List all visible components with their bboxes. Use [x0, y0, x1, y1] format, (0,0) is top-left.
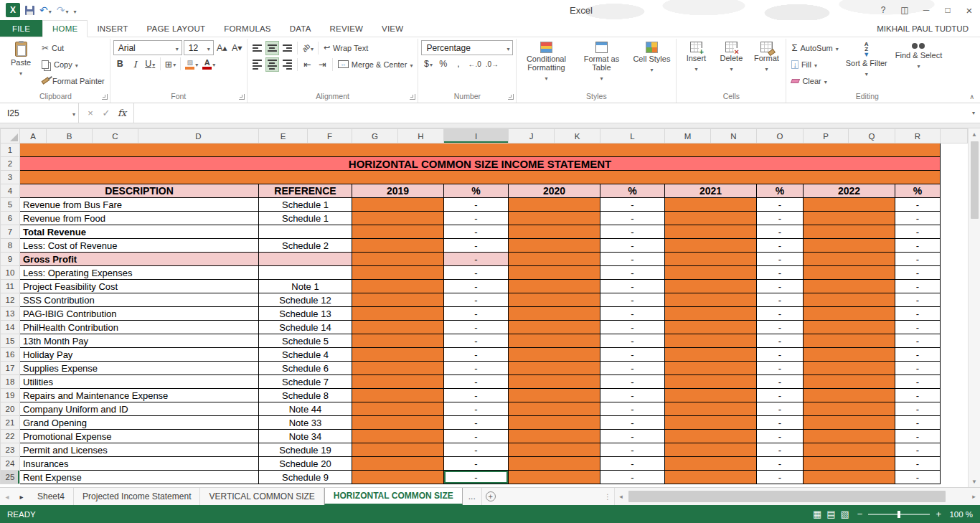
cell-pct2020-row18[interactable]: - [600, 375, 665, 389]
cell-pct2019-row20[interactable]: - [444, 402, 509, 416]
cell-pct2022-row21[interactable]: - [895, 416, 941, 430]
cell-description-row8[interactable]: Less: Cost of Revenue [20, 239, 259, 253]
scroll-left-icon[interactable]: ◂ [615, 493, 627, 500]
row-header-22[interactable]: 22 [1, 430, 20, 443]
cell-year2021-row5[interactable] [665, 198, 757, 212]
conditional-formatting-button[interactable]: Conditional Formatting [519, 40, 573, 83]
cell-year2022-row7[interactable] [804, 225, 895, 239]
title-banner-cell[interactable]: HORIZONTAL COMMON SIZE INCOME STATEMENT [20, 157, 941, 171]
cell-description-row7[interactable]: Total Revenue [20, 225, 259, 239]
new-sheet-button[interactable]: + [482, 488, 499, 505]
cell-pct2019-row8[interactable]: - [444, 239, 509, 253]
horizontal-scroll-thumb[interactable] [628, 491, 946, 502]
cell-description-row22[interactable]: Promotional Expense [20, 430, 259, 443]
orange-band-row-1[interactable] [20, 143, 941, 157]
font-color-button[interactable]: A [201, 57, 217, 71]
cell-year2019-row16[interactable] [352, 348, 444, 362]
cell-pct2019-row24[interactable]: - [444, 457, 509, 471]
column-header-B[interactable]: B [47, 129, 93, 143]
cell-description-row21[interactable]: Grand Opening [20, 416, 259, 430]
row-header-21[interactable]: 21 [1, 416, 20, 430]
cell-pct2022-row18[interactable]: - [895, 375, 941, 389]
cell-pct2021-row13[interactable]: - [757, 307, 804, 321]
sheet-nav-next-icon[interactable]: ▸ [14, 488, 29, 505]
cell-reference-row8[interactable]: Schedule 2 [259, 239, 352, 253]
horizontal-scrollbar[interactable]: ◂ ▸ [614, 488, 980, 505]
cut-button[interactable]: ✂Cut [39, 40, 107, 55]
save-button[interactable] [25, 6, 34, 15]
cell-year2022-row14[interactable] [804, 321, 895, 334]
font-name-select[interactable]: Arial [113, 40, 182, 55]
cell-reference-row17[interactable]: Schedule 6 [259, 362, 352, 375]
underline-button[interactable]: U [143, 57, 157, 71]
cell-reference-row18[interactable]: Schedule 7 [259, 375, 352, 389]
format-cells-dropdown-icon[interactable] [765, 64, 768, 72]
cell-pct2021-row15[interactable]: - [757, 334, 804, 348]
header-percent-2019[interactable]: % [444, 184, 509, 198]
cell-year2020-row15[interactable] [509, 334, 600, 348]
cell-pct2021-row21[interactable]: - [757, 416, 804, 430]
fill-color-button[interactable]: ▨ [184, 57, 199, 71]
row-header-24[interactable]: 24 [1, 457, 20, 471]
cell-year2020-row23[interactable] [509, 443, 600, 457]
cell-pct2021-row10[interactable]: - [757, 266, 804, 280]
cell-year2021-row9[interactable] [665, 253, 757, 266]
cell-year2022-row6[interactable] [804, 212, 895, 225]
cell-year2019-row21[interactable] [352, 416, 444, 430]
horizontal-scroll-track[interactable] [627, 488, 968, 505]
column-header-A[interactable]: A [20, 129, 47, 143]
fill-color-dropdown-icon[interactable] [195, 59, 198, 69]
cell-year2020-row22[interactable] [509, 430, 600, 443]
column-header-L[interactable]: L [600, 129, 665, 143]
cell-description-row11[interactable]: Project Feasibility Cost [20, 280, 259, 293]
cell-reference-row19[interactable]: Schedule 8 [259, 389, 352, 402]
scroll-right-icon[interactable]: ▸ [968, 493, 980, 500]
orientation-button[interactable]: ab [301, 41, 315, 55]
cell-pct2019-row19[interactable]: - [444, 389, 509, 402]
cell-year2021-row17[interactable] [665, 362, 757, 375]
cell-pct2021-row17[interactable]: - [757, 362, 804, 375]
row-header-2[interactable]: 2 [1, 157, 20, 171]
cell-pct2021-row18[interactable]: - [757, 375, 804, 389]
cell-year2022-row23[interactable] [804, 443, 895, 457]
vertical-scrollbar[interactable]: ▲ ▼ [968, 128, 980, 487]
cell-year2019-row10[interactable] [352, 266, 444, 280]
cell-year2021-row8[interactable] [665, 239, 757, 253]
cell-reference-row23[interactable]: Schedule 19 [259, 443, 352, 457]
row-header-8[interactable]: 8 [1, 239, 20, 253]
cell-year2020-row24[interactable] [509, 457, 600, 471]
cell-year2019-row8[interactable] [352, 239, 444, 253]
column-header-N[interactable]: N [711, 129, 757, 143]
cell-pct2019-row10[interactable]: - [444, 266, 509, 280]
ribbon-tab-view[interactable]: VIEW [372, 20, 413, 37]
cell-reference-row7[interactable] [259, 225, 352, 239]
cell-pct2019-row6[interactable]: - [444, 212, 509, 225]
paste-button[interactable]: Paste [4, 40, 37, 78]
find-select-button[interactable]: Find & Select [892, 40, 945, 71]
cell-pct2021-row19[interactable]: - [757, 389, 804, 402]
cell-description-row25[interactable]: Rent Expense [20, 471, 259, 484]
cell-reference-row12[interactable]: Schedule 12 [259, 293, 352, 307]
cell-pct2022-row5[interactable]: - [895, 198, 941, 212]
vertical-scroll-thumb[interactable] [971, 141, 979, 219]
cell-year2022-row9[interactable] [804, 253, 895, 266]
column-header-E[interactable]: E [259, 129, 308, 143]
cell-pct2020-row11[interactable]: - [600, 280, 665, 293]
row-header-23[interactable]: 23 [1, 443, 20, 457]
italic-button[interactable]: I [128, 57, 142, 71]
header-year-2019[interactable]: 2019 [352, 184, 444, 198]
cell-pct2022-row11[interactable]: - [895, 280, 941, 293]
cell-description-row20[interactable]: Company Uniform and ID [20, 402, 259, 416]
cell-pct2020-row20[interactable]: - [600, 402, 665, 416]
sheet-tab-projected-income-statement[interactable]: Projected Income Statement [74, 488, 200, 505]
merge-center-button[interactable]: ↔Merge & Center [336, 57, 415, 72]
cell-year2019-row14[interactable] [352, 321, 444, 334]
column-header-P[interactable]: P [804, 129, 849, 143]
font-size-select[interactable]: 12 [184, 40, 214, 55]
accounting-format-button[interactable]: $ [421, 57, 435, 71]
cell-year2020-row12[interactable] [509, 293, 600, 307]
cell-year2021-row6[interactable] [665, 212, 757, 225]
row-header-20[interactable]: 20 [1, 402, 20, 416]
cell-pct2019-row23[interactable]: - [444, 443, 509, 457]
header-year-2022[interactable]: 2022 [804, 184, 895, 198]
